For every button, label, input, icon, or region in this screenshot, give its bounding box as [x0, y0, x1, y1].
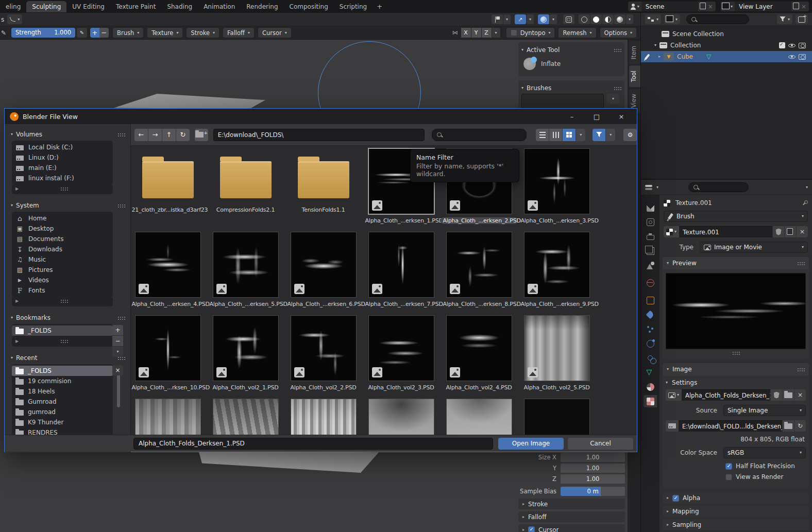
- close-icon[interactable]: ×: [801, 4, 806, 10]
- view-as-render-checkbox[interactable]: [725, 474, 732, 480]
- parent-dir-button[interactable]: ↑: [162, 129, 176, 141]
- drag-dots-icon[interactable]: [614, 48, 621, 52]
- properties-tab[interactable]: [644, 294, 657, 306]
- forward-button[interactable]: →: [148, 129, 162, 141]
- panel-section-header[interactable]: ▸ Sampling: [663, 519, 809, 530]
- file-item[interactable]: [440, 396, 518, 436]
- mirror-axis-button[interactable]: X: [461, 28, 471, 38]
- properties-tab[interactable]: [644, 381, 657, 393]
- add-bookmark-button[interactable]: +: [112, 325, 123, 335]
- expand-arrow-icon[interactable]: ▶: [15, 299, 19, 303]
- system-item[interactable]: Downloads: [12, 244, 113, 254]
- file-item[interactable]: Alpha_Cloth_...erksen_5.PSD: [207, 229, 284, 313]
- volumes-header[interactable]: ▾Volumes: [11, 128, 130, 141]
- add-workspace-button[interactable]: +: [373, 3, 386, 10]
- workspace-tab[interactable]: Scripting: [334, 1, 373, 12]
- gizmo-widget[interactable]: ↗▾: [515, 14, 534, 24]
- resize-dots-icon[interactable]: [60, 339, 68, 343]
- mirror-axis-button[interactable]: Z: [482, 28, 492, 38]
- active-tool-row[interactable]: Inflate: [521, 56, 621, 74]
- camera-visibility-icon[interactable]: [799, 54, 806, 60]
- file-item[interactable]: [129, 396, 207, 436]
- texture-browse-button[interactable]: ▾: [664, 226, 679, 237]
- settings-dropdown[interactable]: Stroke▾: [187, 28, 219, 38]
- new-folder-button[interactable]: +: [195, 129, 208, 141]
- camera-visibility-icon[interactable]: [799, 43, 806, 48]
- outliner-display-mode[interactable]: ▾: [645, 14, 661, 24]
- mirror-dropdown[interactable]: ▾: [492, 28, 500, 38]
- recent-item[interactable]: 19 commision: [12, 376, 113, 386]
- properties-editor-icon[interactable]: [645, 184, 653, 191]
- drag-dots-icon[interactable]: [614, 87, 621, 90]
- volume-item[interactable]: Local Disk (C:): [12, 142, 113, 152]
- properties-search[interactable]: [688, 182, 749, 192]
- colorspace-dropdown[interactable]: sRGB▾: [723, 447, 806, 458]
- shading-rendered-button[interactable]: [614, 14, 625, 24]
- file-item[interactable]: Alpha_Cloth_...erksen_9.PSD: [518, 229, 596, 313]
- n-panel-tab[interactable]: Item: [629, 41, 640, 64]
- dialog-titlebar[interactable]: Blender File View – □ ×: [5, 109, 637, 124]
- bookmark-item[interactable]: _FOLDS: [12, 325, 113, 336]
- system-item[interactable]: Fonts: [12, 285, 113, 296]
- recent-item[interactable]: 18 Heels: [12, 386, 113, 397]
- cancel-button[interactable]: Cancel: [568, 438, 633, 450]
- file-item[interactable]: CompressionFolds2.1: [207, 146, 284, 229]
- maximize-button[interactable]: □: [586, 113, 607, 121]
- mirror-axis-button[interactable]: Y: [471, 28, 481, 38]
- browse-file-button[interactable]: [783, 420, 794, 432]
- panel-section-header[interactable]: ▸ Alpha: [663, 492, 809, 504]
- close-button[interactable]: ×: [611, 113, 632, 121]
- display-size-dropdown[interactable]: ▾: [576, 129, 585, 141]
- properties-tab[interactable]: [644, 216, 657, 228]
- shading-solid-button[interactable]: [590, 14, 602, 24]
- shading-wireframe-button[interactable]: [579, 14, 590, 24]
- resize-dots-icon[interactable]: [60, 187, 68, 191]
- brushes-header[interactable]: ▾Brushes: [521, 82, 621, 94]
- brush-texture-selector[interactable]: Brush▾: [664, 211, 808, 222]
- workspace-tab[interactable]: Shading: [161, 1, 198, 12]
- panel-section-header[interactable]: ▸ Falloff: [518, 511, 625, 522]
- drag-dots-icon[interactable]: [797, 368, 805, 371]
- properties-tab[interactable]: [644, 366, 657, 379]
- workspace-tab[interactable]: Animation: [198, 1, 241, 12]
- recent-item[interactable]: Gumroad: [12, 397, 113, 407]
- resize-dots-icon[interactable]: [732, 351, 740, 355]
- properties-tab[interactable]: [644, 230, 657, 243]
- section-checkbox[interactable]: [672, 495, 679, 502]
- number-field[interactable]: 1.00: [561, 474, 625, 484]
- bookmark-options-button[interactable]: ▾: [112, 347, 123, 357]
- file-item[interactable]: [362, 396, 440, 436]
- dyntopo-checkbox[interactable]: [511, 29, 517, 36]
- volume-item[interactable]: main (E:): [12, 163, 113, 173]
- bookmarks-header[interactable]: ▾Bookmarks: [11, 312, 130, 324]
- sample-bias-slider[interactable]: 0 m: [561, 487, 625, 496]
- view-layer-selector[interactable]: ▾ View Layer ×: [721, 2, 809, 11]
- workspace-tab[interactable]: Compositing: [284, 1, 334, 12]
- overlays-widget[interactable]: ▾: [538, 14, 557, 24]
- settings-subheader[interactable]: ▾Settings: [666, 379, 806, 386]
- file-item[interactable]: Alpha_Cloth_vol2_1.PSD: [207, 313, 284, 396]
- image-name-field[interactable]: Alpha_Cloth_Folds_Derksen_1.P...: [682, 389, 770, 401]
- annotate-widget[interactable]: ▾: [492, 14, 511, 24]
- system-item[interactable]: Videos: [12, 275, 113, 285]
- back-button[interactable]: ←: [134, 129, 148, 141]
- system-item[interactable]: Pictures: [12, 265, 113, 275]
- system-header[interactable]: ▾System: [11, 199, 130, 212]
- texture-name-field[interactable]: Texture.001: [679, 226, 772, 237]
- horizontal-list-button[interactable]: [549, 129, 562, 141]
- number-field[interactable]: 1.00: [561, 464, 625, 473]
- clear-recent-button[interactable]: ×: [112, 365, 123, 375]
- workspace-tab[interactable]: Texture Paint: [110, 1, 161, 12]
- system-item[interactable]: Music: [12, 254, 113, 265]
- outliner-row-scene-collection[interactable]: Scene Collection: [641, 28, 812, 40]
- file-item[interactable]: Alpha_Cloth_...erksen_6.PSD: [284, 229, 362, 313]
- shading-dropdown[interactable]: ▾: [626, 14, 633, 24]
- file-item[interactable]: [518, 396, 596, 436]
- drag-dots-icon[interactable]: [117, 356, 125, 360]
- filepath-icon-button[interactable]: [666, 420, 679, 432]
- file-item[interactable]: Alpha_Cloth_vol2_2.PSD: [284, 313, 362, 396]
- thumbnail-view-button[interactable]: [563, 129, 576, 141]
- expand-arrow-icon[interactable]: ▶: [15, 339, 19, 344]
- recent-item[interactable]: K9 Thunder: [12, 417, 113, 427]
- unlink-button[interactable]: ×: [794, 389, 806, 401]
